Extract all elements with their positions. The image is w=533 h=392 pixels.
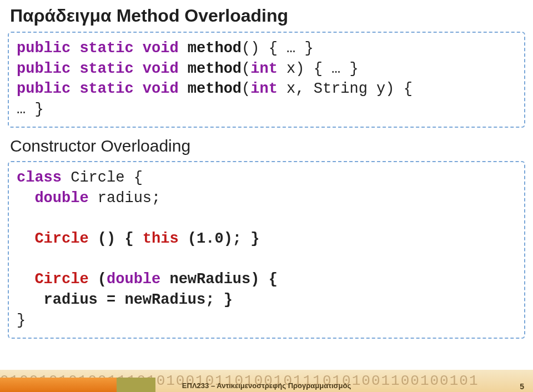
- code-text: }: [17, 312, 26, 329]
- code-block-overloading: public static void method() { … } public…: [8, 32, 525, 128]
- code-text: x) { … }: [278, 61, 359, 77]
- footer-course-text: ΕΠΛ233 – Αντικειμενοστρεφής Προγραμματισ…: [0, 380, 533, 392]
- code-text: Circle {: [62, 169, 143, 186]
- this-keyword: this: [143, 230, 179, 247]
- indent: [17, 292, 44, 308]
- constructor-name: Circle: [34, 271, 88, 288]
- section-label: Constructor Overloading: [0, 134, 533, 159]
- code-block-constructor: class Circle { double radius; Circle () …: [8, 161, 525, 339]
- code-text: (: [89, 271, 107, 288]
- code-text: x, String y) {: [278, 81, 413, 97]
- code-text: (: [242, 61, 250, 77]
- indent: [17, 271, 34, 288]
- code-text: (1.0); }: [179, 230, 260, 247]
- slide-footer: 0100101010011101010010110100101110101001…: [0, 370, 533, 392]
- code-text: (: [242, 81, 250, 97]
- keyword: public static void: [17, 61, 179, 77]
- keyword: int: [250, 81, 278, 97]
- code-text: radius;: [89, 190, 161, 207]
- indent: [17, 190, 34, 207]
- code-text: newRadius) {: [160, 271, 278, 288]
- code-text: () {: [89, 230, 143, 247]
- keyword: class: [17, 169, 62, 186]
- method-name: method: [179, 61, 242, 77]
- keyword: public static void: [17, 40, 179, 57]
- indent: [17, 230, 34, 247]
- constructor-name: Circle: [34, 230, 88, 247]
- page-number: 5: [520, 382, 524, 391]
- keyword: double: [107, 271, 160, 288]
- slide-title: Παράδειγμα Method Overloading: [0, 0, 533, 29]
- code-text: () { … }: [242, 40, 314, 57]
- code-text: radius = newRadius; }: [44, 292, 233, 308]
- keyword: double: [34, 190, 88, 207]
- slide: Παράδειγμα Method Overloading public sta…: [0, 0, 533, 392]
- keyword: int: [250, 61, 278, 77]
- code-text: … }: [17, 101, 44, 118]
- method-name: method: [179, 40, 242, 57]
- keyword: public static void: [17, 81, 179, 97]
- method-name: method: [179, 81, 242, 97]
